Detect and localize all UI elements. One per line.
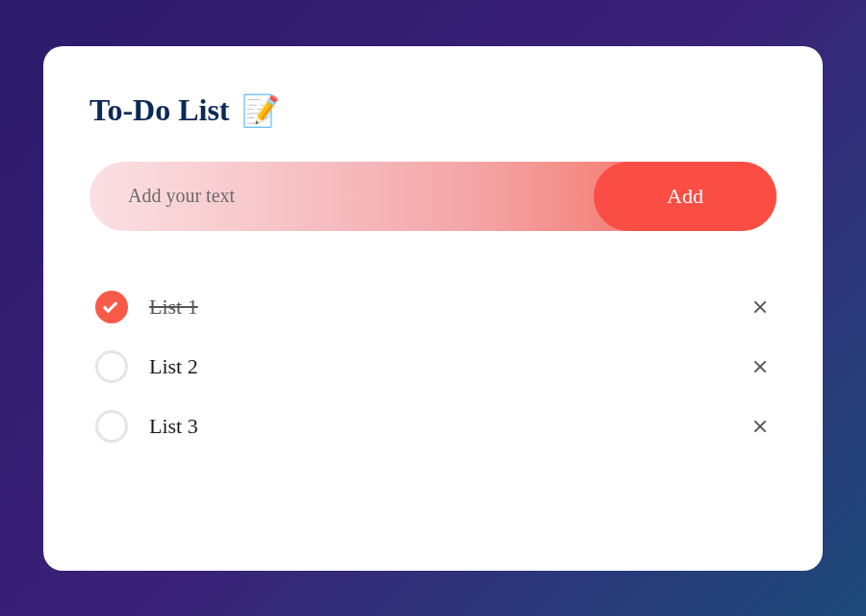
title-text: To-Do List — [89, 92, 230, 128]
check-toggle[interactable] — [95, 410, 128, 443]
task-list: List 1 List 2 List 3 — [89, 277, 777, 456]
check-toggle[interactable] — [95, 291, 128, 323]
page-title: To-Do List 📝 — [89, 92, 777, 129]
add-button[interactable]: Add — [594, 162, 777, 231]
task-label: List 3 — [149, 414, 728, 439]
task-label: List 2 — [149, 354, 728, 379]
check-toggle[interactable] — [95, 350, 128, 383]
close-icon[interactable] — [750, 296, 771, 318]
task-label: List 1 — [149, 295, 728, 320]
close-icon[interactable] — [750, 356, 771, 377]
close-icon[interactable] — [750, 416, 771, 437]
new-task-input[interactable] — [89, 185, 594, 207]
notepad-icon: 📝 — [242, 92, 280, 129]
list-item: List 3 — [95, 397, 777, 456]
list-item: List 1 — [95, 277, 777, 337]
todo-card: To-Do List 📝 Add List 1 List 2 List 3 — [43, 46, 823, 571]
list-item: List 2 — [95, 337, 777, 397]
check-icon — [103, 297, 118, 313]
input-row: Add — [89, 162, 777, 231]
